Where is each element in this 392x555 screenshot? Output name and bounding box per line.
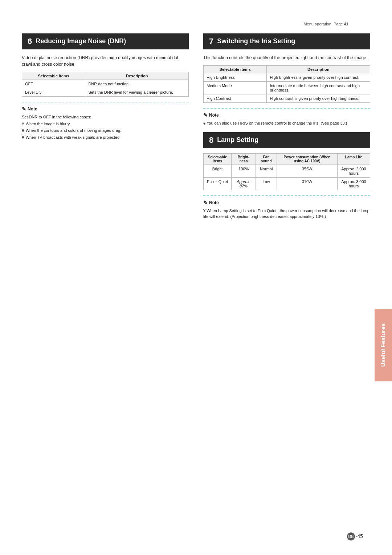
page-circle: GB (347, 532, 355, 540)
page-container: Menu operation Page 41 6 Reducing Image … (0, 0, 392, 555)
table-row: High Brightness High brightness is given… (204, 73, 370, 82)
section7-note-title: ✎ Note (203, 112, 370, 118)
note-icon-8: ✎ (203, 200, 208, 206)
section6-note: ✎ Note Set DNR to OFF in the following c… (22, 102, 189, 141)
section6-header: 6 Reducing Image Noise (DNR) (22, 33, 189, 49)
table-row: High Contrast High contrast is given pri… (204, 94, 370, 103)
section7-note: ✎ Note ¥ You can also use I IRIS on the … (203, 108, 370, 126)
s7-row2-col2: Intermediate mode between high contrast … (267, 82, 370, 94)
s8-row1-col1: Bright (204, 165, 232, 177)
note-label-8: Note (209, 200, 219, 205)
s8-row1-col2: 100% (232, 165, 256, 177)
section8-note: ✎ Note ¥ When Lamp Setting is set to Eco… (203, 195, 370, 220)
section8-title: Lamp Setting (217, 136, 258, 144)
section6-note-content: Set DNR to OFF in the following cases: ¥… (22, 114, 189, 141)
s8-col-brightness: Bright-ness (232, 153, 256, 165)
bullet-text-2: When the contours and colors of moving i… (26, 128, 122, 134)
note-label-7: Note (209, 113, 219, 118)
table-row: Eco + Quiet Approx. 87% Low 310W Approx.… (204, 177, 370, 190)
menu-operation-text: Menu operation (303, 22, 331, 26)
side-tab-text: Useful Features (380, 323, 387, 367)
note-label: Note (28, 106, 37, 112)
section6-title: Reducing Image Noise (DNR) (36, 37, 126, 45)
page-footer: GB-45 (347, 532, 363, 540)
section7-note-content: ¥ You can also use I IRIS on the remote … (203, 120, 370, 126)
section6-body: Video digital noise reduction (DNR) prov… (22, 54, 189, 68)
s8-row1-col4: 355W (277, 165, 338, 177)
bullet-text-1: When the image is blurry. (26, 121, 71, 127)
section7-number: 7 (209, 37, 213, 46)
s8-col-selectable: Select-able items (204, 153, 232, 165)
section7-header: 7 Switching the Iris Setting (203, 33, 370, 49)
bullet-1: ¥ When the image is blurry. (22, 121, 189, 127)
s7-note-text: ¥ You can also use I IRIS on the remote … (203, 120, 370, 126)
right-column: 7 Switching the Iris Setting This functi… (203, 33, 370, 226)
section7-body: This function controls the quantity of t… (203, 54, 370, 61)
s7-row2-col1: Medium Mode (204, 82, 267, 94)
s7-row1-col2: High brightness is given priority over h… (267, 73, 370, 82)
page-header: Menu operation Page 41 (22, 22, 370, 26)
s8-row2-col5: Approx. 3,000 hours (337, 177, 370, 190)
s6-row2-col2: Sets the DNR level for viewing a clearer… (85, 88, 189, 97)
section8-note-title: ✎ Note (203, 200, 370, 206)
s6-row1-col1: OFF (22, 80, 85, 88)
s8-col-fan: Fan sound (256, 153, 277, 165)
bullet-3: ¥ When TV broadcasts with weak signals a… (22, 135, 189, 141)
note-icon-7: ✎ (203, 112, 208, 118)
s6-row1-col2: DNR does not function. (85, 80, 189, 88)
s8-row2-col1: Eco + Quiet (204, 177, 232, 190)
note-icon: ✎ (22, 106, 26, 112)
section8-number: 8 (209, 136, 213, 145)
s7-row3-col1: High Contrast (204, 94, 267, 103)
s8-note-text: ¥ When Lamp Setting is set to Eco+Quiet … (203, 208, 370, 220)
page-num-text: -45 (356, 533, 363, 539)
note-intro: Set DNR to OFF in the following cases: (22, 114, 189, 120)
page-label: Page (334, 22, 343, 26)
section8-note-content: ¥ When Lamp Setting is set to Eco+Quiet … (203, 208, 370, 220)
s7-row1-col1: High Brightness (204, 73, 267, 82)
main-content: 6 Reducing Image Noise (DNR) Video digit… (22, 33, 370, 226)
s8-row2-col2-text: Approx. 87% (237, 179, 250, 188)
page-number: 41 (344, 22, 348, 26)
s8-col-power: Power consumption (When using AC 100V) (277, 153, 338, 165)
bullet-2: ¥ When the contours and colors of moving… (22, 128, 189, 134)
section7-title: Switching the Iris Setting (217, 37, 295, 45)
table-row: Level 1-3 Sets the DNR level for viewing… (22, 88, 189, 97)
left-column: 6 Reducing Image Noise (DNR) Video digit… (22, 33, 189, 226)
s7-col-description: Description (267, 66, 370, 73)
s6-col-selectable: Selectable items (22, 72, 85, 80)
section6-note-title: ✎ Note (22, 106, 189, 112)
section8-table: Select-able items Bright-ness Fan sound … (203, 153, 370, 190)
table-row: Medium Mode Intermediate mode between hi… (204, 82, 370, 94)
s8-col-lamplife: Lamp Life (337, 153, 370, 165)
s8-row2-col2: Approx. 87% (232, 177, 256, 190)
section7-table: Selectable items Description High Bright… (203, 65, 370, 103)
s8-row2-col4: 310W (277, 177, 338, 190)
table-row: Bright 100% Normal 355W Approx. 2,000 ho… (204, 165, 370, 177)
section8-header: 8 Lamp Setting (203, 132, 370, 148)
s8-row1-col3: Normal (256, 165, 277, 177)
s7-row3-col2: High contrast is given priority over hig… (267, 94, 370, 103)
s6-col-description: Description (85, 72, 189, 80)
bullet-text-3: When TV broadcasts with weak signals are… (26, 135, 121, 141)
s6-row2-col1: Level 1-3 (22, 88, 85, 97)
table-row: OFF DNR does not function. (22, 80, 189, 88)
useful-features-tab: Useful Features (375, 309, 392, 381)
section6-number: 6 (28, 37, 32, 46)
s8-row1-col5: Approx. 2,000 hours (337, 165, 370, 177)
s8-row2-col3: Low (256, 177, 277, 190)
s7-col-selectable: Selectable items (204, 66, 267, 73)
section6-table: Selectable items Description OFF DNR doe… (22, 72, 189, 97)
